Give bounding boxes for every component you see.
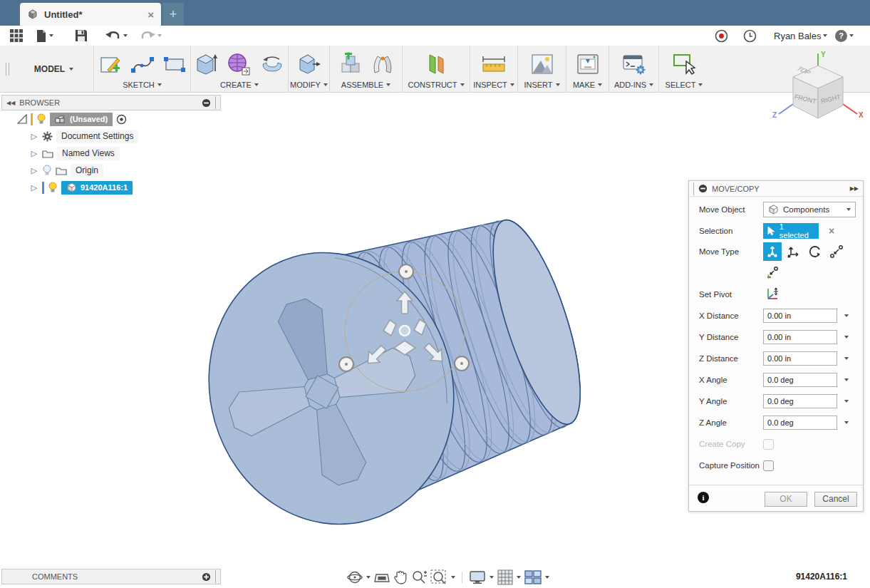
collapsed-twist-icon[interactable]: ▷ — [30, 132, 38, 141]
create-menu[interactable]: CREATE — [220, 81, 259, 91]
tree-row-document-settings[interactable]: ▷ Document Settings — [1, 128, 221, 145]
rectangle-icon[interactable] — [163, 55, 186, 73]
sketch-menu[interactable]: SKETCH — [123, 81, 162, 91]
grid-snap-icon[interactable] — [497, 569, 513, 585]
x-distance-input[interactable] — [763, 309, 837, 323]
zoom-icon[interactable] — [411, 569, 427, 585]
z-angle-input[interactable] — [763, 416, 837, 430]
construct-menu[interactable]: CONSTRUCT — [408, 81, 464, 91]
undo-button[interactable] — [105, 28, 128, 43]
new-component-icon[interactable] — [339, 52, 363, 76]
dialog-header[interactable]: MOVE/COPY ▶▶ — [689, 181, 863, 197]
visibility-bulb-off-icon[interactable] — [42, 165, 52, 176]
app-grid-icon[interactable] — [9, 28, 24, 43]
clear-selection-icon[interactable]: × — [829, 225, 834, 237]
document-tab[interactable]: Untitled* × — [20, 3, 161, 26]
assemble-menu[interactable]: ASSEMBLE — [341, 81, 390, 91]
move-type-point-to-point-button[interactable] — [827, 242, 846, 261]
collapsed-twist-icon[interactable]: ▷ — [30, 183, 38, 192]
selection-accent-bar — [42, 182, 44, 194]
joint-icon[interactable] — [372, 53, 393, 76]
root-document-chip[interactable]: (Unsaved) — [50, 113, 113, 126]
addins-menu[interactable]: ADD-INS — [614, 81, 653, 91]
measure-icon[interactable] — [481, 53, 507, 75]
move-type-free-move-button[interactable] — [763, 242, 782, 261]
construction-plane-icon[interactable] — [424, 52, 448, 76]
tree-row-named-views[interactable]: ▷ Named Views — [1, 145, 221, 162]
cancel-button[interactable]: Cancel — [814, 492, 857, 507]
comments-panel: COMMENTS — [1, 569, 221, 584]
view-cube[interactable]: Y Z X TOP FRONT RIGHT — [770, 50, 866, 134]
image-icon[interactable] — [530, 53, 554, 75]
inspect-menu[interactable]: INSPECT — [473, 81, 514, 91]
ok-button[interactable]: OK — [765, 492, 807, 507]
select-icon[interactable] — [672, 53, 696, 76]
help-menu[interactable]: ? — [835, 28, 854, 43]
new-tab-button[interactable]: + — [162, 3, 184, 26]
extrude-icon[interactable] — [194, 52, 218, 76]
comments-header[interactable]: COMMENTS — [1, 569, 221, 584]
tree-row-root[interactable]: (Unsaved) — [1, 110, 221, 128]
y-distance-input[interactable] — [763, 330, 837, 344]
form-icon[interactable] — [227, 52, 251, 76]
info-icon[interactable]: i — [698, 492, 709, 503]
zoom-window-icon[interactable] — [430, 569, 447, 585]
create-sketch-icon[interactable] — [99, 53, 122, 76]
x-distance-dropdown-icon[interactable] — [844, 314, 849, 317]
make-menu[interactable]: MAKE — [573, 81, 602, 91]
capture-position-checkbox[interactable] — [763, 460, 774, 471]
collapsed-twist-icon[interactable]: ▷ — [30, 149, 38, 158]
browser-header[interactable]: ◀◀ BROWSER — [1, 95, 221, 110]
viewports-icon[interactable] — [524, 569, 542, 585]
save-button[interactable] — [75, 28, 88, 43]
orbit-icon[interactable] — [347, 569, 363, 585]
tree-row-component-selected[interactable]: ▷ 91420A116:1 — [1, 179, 221, 196]
move-type-translate-button[interactable] — [784, 242, 803, 261]
dock-dialog-icon[interactable]: ▶▶ — [850, 185, 859, 192]
move-object-dropdown[interactable]: Components — [763, 202, 856, 217]
revolve-icon[interactable] — [259, 53, 285, 76]
3d-print-icon[interactable] — [576, 53, 600, 75]
record-button[interactable] — [715, 28, 728, 43]
insert-menu[interactable]: INSERT — [524, 81, 559, 91]
collapse-dialog-icon[interactable] — [698, 184, 708, 193]
spline-icon[interactable] — [130, 53, 155, 75]
tree-row-origin[interactable]: ▷ Origin — [1, 162, 221, 179]
y-distance-dropdown-icon[interactable] — [844, 336, 849, 339]
add-comment-icon[interactable] — [202, 572, 211, 582]
set-pivot-button[interactable] — [763, 285, 782, 304]
visibility-bulb-icon[interactable] — [36, 113, 46, 125]
file-menu-button[interactable] — [36, 28, 53, 43]
move-type-rotate-button[interactable] — [806, 242, 824, 261]
ribbon-grip[interactable] — [0, 46, 14, 92]
expanded-twist-icon[interactable] — [17, 114, 27, 124]
y-angle-input[interactable] — [763, 394, 837, 408]
y-angle-dropdown-icon[interactable] — [844, 400, 849, 403]
hide-panel-icon[interactable] — [202, 98, 211, 108]
scripts-addins-icon[interactable] — [622, 53, 646, 75]
ground-toggle-icon[interactable] — [116, 114, 127, 125]
workspace-selector[interactable]: MODEL — [14, 46, 94, 92]
history-button[interactable] — [743, 28, 757, 43]
visibility-bulb-icon[interactable] — [48, 182, 58, 193]
x-angle-input[interactable] — [763, 373, 837, 387]
selection-chip[interactable]: 1 selected — [763, 223, 819, 239]
select-menu[interactable]: SELECT — [666, 81, 703, 91]
x-angle-dropdown-icon[interactable] — [844, 378, 849, 381]
look-at-icon[interactable] — [374, 570, 390, 584]
modify-menu[interactable]: MODIFY — [290, 81, 328, 91]
z-distance-dropdown-icon[interactable] — [844, 357, 849, 360]
collapse-panel-icon[interactable]: ◀◀ — [6, 100, 15, 106]
move-type-point-to-position-button[interactable] — [763, 263, 782, 282]
pan-icon[interactable] — [393, 569, 408, 585]
user-menu[interactable]: Ryan Bales — [774, 28, 827, 43]
tab-close-icon[interactable]: × — [147, 9, 154, 21]
redo-button[interactable] — [140, 28, 162, 43]
display-settings-icon[interactable] — [469, 569, 486, 585]
collapsed-twist-icon[interactable]: ▷ — [30, 166, 38, 175]
component-chip[interactable]: 91420A116:1 — [61, 181, 133, 195]
manipulator-center[interactable] — [400, 326, 410, 336]
z-distance-input[interactable] — [763, 351, 837, 366]
z-angle-dropdown-icon[interactable] — [844, 421, 849, 424]
press-pull-icon[interactable] — [297, 52, 321, 76]
